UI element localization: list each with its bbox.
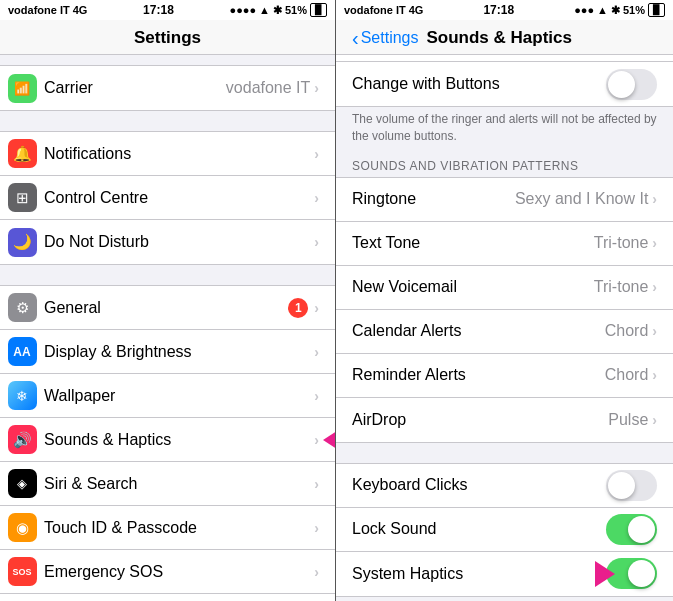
row-text-tone[interactable]: Text Tone Tri-tone › xyxy=(336,222,673,266)
section-carrier: 📶 Carrier vodafone IT › xyxy=(0,65,335,111)
ringtone-chevron: › xyxy=(652,191,657,207)
siri-chevron: › xyxy=(314,476,319,492)
carrier-label: vodafone IT xyxy=(8,4,70,16)
carrier-icon: 📶 xyxy=(8,74,37,103)
battery-label: 51% xyxy=(285,4,307,16)
status-right: ●●●● ▲ ✱ 51% ▉ xyxy=(230,3,328,17)
back-button[interactable]: ‹ Settings xyxy=(352,28,418,48)
siri-label: Siri & Search xyxy=(44,475,314,493)
dnd-label: Do Not Disturb xyxy=(44,233,314,251)
ringtone-value: Sexy and I Know It xyxy=(515,190,648,208)
display-label: Display & Brightness xyxy=(44,343,314,361)
row-notifications[interactable]: 🔔 Notifications › xyxy=(0,132,335,176)
row-touch-id[interactable]: ◉ Touch ID & Passcode › xyxy=(0,506,335,550)
control-centre-icon: ⊞ xyxy=(8,183,37,212)
voicemail-chevron: › xyxy=(652,279,657,295)
row-airdrop[interactable]: AirDrop Pulse › xyxy=(336,398,673,442)
keyboard-clicks-toggle[interactable] xyxy=(606,470,657,501)
system-haptics-label: System Haptics xyxy=(352,565,606,583)
siri-icon-wrap: ◈ xyxy=(0,462,44,506)
row-new-voicemail[interactable]: New Voicemail Tri-tone › xyxy=(336,266,673,310)
battery-icon: ▉ xyxy=(310,3,327,17)
voicemail-value: Tri-tone xyxy=(594,278,649,296)
dnd-icon: 🌙 xyxy=(8,228,37,257)
row-calendar-alerts[interactable]: Calendar Alerts Chord › xyxy=(336,310,673,354)
r-wifi-icon: ▲ xyxy=(597,4,608,16)
carrier-label-text: Carrier xyxy=(44,79,226,97)
carrier-icon-wrap: 📶 xyxy=(0,66,44,110)
bt-icon: ✱ xyxy=(273,4,282,17)
voicemail-label: New Voicemail xyxy=(352,278,594,296)
display-icon-wrap: AA xyxy=(0,330,44,374)
r-network-label: 4G xyxy=(409,4,424,16)
row-reminder-alerts[interactable]: Reminder Alerts Chord › xyxy=(336,354,673,398)
carrier-value: vodafone IT xyxy=(226,79,311,97)
sounds-haptics-list: Change with Buttons The volume of the ri… xyxy=(336,55,673,601)
notifications-label: Notifications xyxy=(44,145,314,163)
status-left: vodafone IT 4G xyxy=(8,4,87,16)
touchid-chevron: › xyxy=(314,520,319,536)
row-battery[interactable]: ⚡ Battery › xyxy=(0,594,335,601)
row-keyboard-clicks[interactable]: Keyboard Clicks xyxy=(336,464,673,508)
notifications-chevron: › xyxy=(314,146,319,162)
sounds-chevron: › xyxy=(314,432,319,448)
pink-arrow-left xyxy=(323,427,335,453)
row-do-not-disturb[interactable]: 🌙 Do Not Disturb › xyxy=(0,220,335,264)
sounds-icon: 🔊 xyxy=(8,425,37,454)
general-chevron: › xyxy=(314,300,319,316)
general-badge: 1 xyxy=(288,298,308,318)
text-tone-chevron: › xyxy=(652,235,657,251)
change-buttons-label: Change with Buttons xyxy=(352,75,606,93)
network-label: 4G xyxy=(73,4,88,16)
sos-label: Emergency SOS xyxy=(44,563,314,581)
airdrop-chevron: › xyxy=(652,412,657,428)
sounds-label: Sounds & Haptics xyxy=(44,431,314,449)
wifi-icon: ▲ xyxy=(259,4,270,16)
sounds-nav-header: ‹ Settings Sounds & Haptics xyxy=(336,20,673,55)
battery-icon-wrap: ⚡ xyxy=(0,594,44,602)
display-icon: AA xyxy=(8,337,37,366)
row-lock-sound[interactable]: Lock Sound xyxy=(336,508,673,552)
calendar-alerts-label: Calendar Alerts xyxy=(352,322,605,340)
status-bar-left: vodafone IT 4G 17:18 ●●●● ▲ ✱ 51% ▉ xyxy=(0,0,335,20)
r-carrier-label: vodafone IT xyxy=(344,4,406,16)
pink-arrow-right xyxy=(595,561,615,587)
system-haptics-note: Play haptics for system controls and int… xyxy=(336,597,673,601)
sounds-vibration-header: SOUNDS AND VIBRATION PATTERNS xyxy=(336,153,673,177)
toggle-knob-cwb xyxy=(608,71,635,98)
toggle-knob-kc xyxy=(608,472,635,499)
airdrop-value: Pulse xyxy=(608,411,648,429)
row-siri[interactable]: ◈ Siri & Search › xyxy=(0,462,335,506)
row-change-with-buttons[interactable]: Change with Buttons xyxy=(336,62,673,106)
settings-header: Settings xyxy=(0,20,335,55)
sos-chevron: › xyxy=(314,564,319,580)
reminder-alerts-chevron: › xyxy=(652,367,657,383)
notifications-icon: 🔔 xyxy=(8,139,37,168)
sos-icon: SOS xyxy=(8,557,37,586)
dnd-chevron: › xyxy=(314,234,319,250)
row-control-centre[interactable]: ⊞ Control Centre › xyxy=(0,176,335,220)
row-wallpaper[interactable]: ❄ Wallpaper › xyxy=(0,374,335,418)
row-general[interactable]: ⚙ General 1 › xyxy=(0,286,335,330)
section-system-sounds: Keyboard Clicks Lock Sound System Haptic… xyxy=(336,463,673,597)
section-patterns: Ringtone Sexy and I Know It › Text Tone … xyxy=(336,177,673,443)
lock-sound-label: Lock Sound xyxy=(352,520,606,538)
section-change-buttons: Change with Buttons xyxy=(336,61,673,107)
control-centre-label: Control Centre xyxy=(44,189,314,207)
row-carrier[interactable]: 📶 Carrier vodafone IT › xyxy=(0,66,335,110)
row-system-haptics[interactable]: System Haptics xyxy=(336,552,673,596)
keyboard-clicks-label: Keyboard Clicks xyxy=(352,476,606,494)
row-display-brightness[interactable]: AA Display & Brightness › xyxy=(0,330,335,374)
calendar-alerts-value: Chord xyxy=(605,322,649,340)
change-buttons-toggle[interactable] xyxy=(606,69,657,100)
r-status-right: ●●● ▲ ✱ 51% ▉ xyxy=(574,3,665,17)
row-sounds-haptics[interactable]: 🔊 Sounds & Haptics › xyxy=(0,418,335,462)
wallpaper-icon: ❄ xyxy=(8,381,37,410)
wallpaper-icon-wrap: ❄ xyxy=(0,374,44,418)
section-notifications: 🔔 Notifications › ⊞ Control Centre › xyxy=(0,131,335,265)
row-emergency-sos[interactable]: SOS Emergency SOS › xyxy=(0,550,335,594)
change-buttons-note: The volume of the ringer and alerts will… xyxy=(336,107,673,153)
lock-sound-toggle[interactable] xyxy=(606,514,657,545)
row-ringtone[interactable]: Ringtone Sexy and I Know It › xyxy=(336,178,673,222)
left-phone: vodafone IT 4G 17:18 ●●●● ▲ ✱ 51% ▉ Sett… xyxy=(0,0,336,601)
